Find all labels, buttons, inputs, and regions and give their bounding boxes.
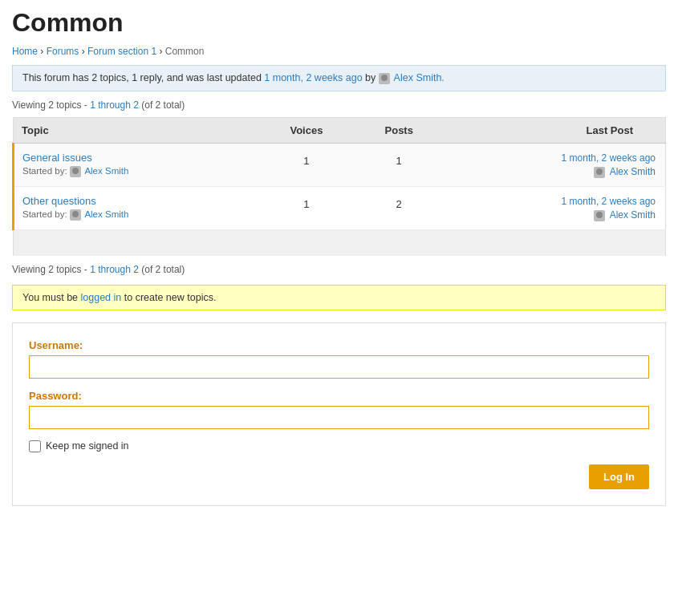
col-header-lastpost: Last Post — [443, 117, 665, 143]
lastpost-cell-2: 1 month, 2 weeks ago Alex Smith — [443, 186, 665, 229]
login-button[interactable]: Log In — [589, 464, 649, 489]
login-notice: You must be logged in to create new topi… — [12, 285, 666, 310]
login-form: Username: Password: Keep me signed in Lo… — [12, 322, 666, 506]
topic-cell-1: General issues Started by: Alex Smith — [14, 143, 258, 186]
username-label: Username: — [29, 339, 649, 351]
user-avatar-row2 — [70, 209, 81, 221]
user-avatar-icon — [379, 73, 390, 84]
table-row: Other questions Started by: Alex Smith 1… — [14, 186, 666, 229]
login-button-row: Log In — [29, 464, 649, 489]
user-avatar-lastpost-1 — [594, 167, 605, 178]
voices-cell-1: 1 — [258, 143, 355, 186]
password-input[interactable] — [29, 406, 649, 429]
password-group: Password: — [29, 390, 649, 429]
started-by-label-1: Started by: — [22, 166, 67, 176]
viewing-text-top: Viewing 2 topics - 1 through 2 (of 2 tot… — [12, 99, 666, 111]
col-header-voices: Voices — [258, 117, 355, 143]
lastpost-user-link-2[interactable]: Alex Smith — [610, 209, 656, 221]
col-header-topic: Topic — [14, 117, 258, 143]
started-by-1: Started by: Alex Smith — [22, 166, 250, 177]
voices-cell-2: 1 — [258, 186, 355, 229]
lastpost-user-row-1: Alex Smith — [451, 166, 656, 178]
topic-cell-2: Other questions Started by: Alex Smith — [14, 186, 258, 229]
started-by-user-1[interactable]: Alex Smith — [84, 166, 128, 176]
user-avatar-lastpost-2 — [594, 210, 605, 221]
info-bar: This forum has 2 topics, 1 reply, and wa… — [12, 65, 666, 91]
username-group: Username: — [29, 339, 649, 379]
col-header-posts: Posts — [355, 117, 443, 143]
started-by-2: Started by: Alex Smith — [22, 209, 250, 221]
info-bar-by: by — [365, 72, 376, 83]
lastpost-cell-1: 1 month, 2 weeks ago Alex Smith — [443, 143, 665, 186]
topic-link-1[interactable]: General issues — [22, 152, 92, 164]
login-notice-link[interactable]: logged in — [81, 292, 122, 303]
breadcrumb-forums[interactable]: Forums — [47, 46, 79, 57]
started-by-user-2[interactable]: Alex Smith — [84, 209, 128, 219]
topic-link-2[interactable]: Other questions — [22, 195, 96, 207]
table-row: General issues Started by: Alex Smith 1 … — [14, 143, 666, 186]
posts-cell-2: 2 — [355, 186, 443, 229]
info-bar-static: This forum has 2 topics, 1 reply, and wa… — [22, 72, 262, 83]
info-bar-user[interactable]: Alex Smith. — [394, 72, 445, 83]
breadcrumb-home[interactable]: Home — [12, 46, 38, 57]
posts-cell-1: 1 — [355, 143, 443, 186]
username-input[interactable] — [29, 355, 649, 379]
breadcrumb: Home › Forums › Forum section 1 › Common — [12, 46, 666, 57]
lastpost-user-row-2: Alex Smith — [451, 209, 656, 221]
started-by-label-2: Started by: — [22, 209, 67, 219]
table-footer-row — [14, 229, 666, 255]
keep-signed-in-checkbox[interactable] — [29, 440, 41, 452]
breadcrumb-section[interactable]: Forum section 1 — [87, 46, 156, 57]
page-title: Common — [12, 8, 666, 38]
lastpost-time-2[interactable]: 1 month, 2 weeks ago — [562, 196, 656, 207]
keep-signed-in-row: Keep me signed in — [29, 440, 649, 452]
lastpost-time-1[interactable]: 1 month, 2 weeks ago — [562, 152, 656, 164]
lastpost-user-link-1[interactable]: Alex Smith — [610, 166, 656, 177]
table-footer-cell — [14, 229, 666, 255]
keep-signed-in-label: Keep me signed in — [46, 440, 129, 452]
forum-table: Topic Voices Posts Last Post General iss… — [12, 117, 666, 256]
viewing-text-bottom: Viewing 2 topics - 1 through 2 (of 2 tot… — [12, 264, 666, 275]
user-avatar-row1 — [70, 166, 81, 177]
info-bar-time[interactable]: 1 month, 2 weeks ago — [264, 72, 362, 83]
breadcrumb-current: Common — [165, 46, 205, 57]
password-label: Password: — [29, 390, 649, 402]
